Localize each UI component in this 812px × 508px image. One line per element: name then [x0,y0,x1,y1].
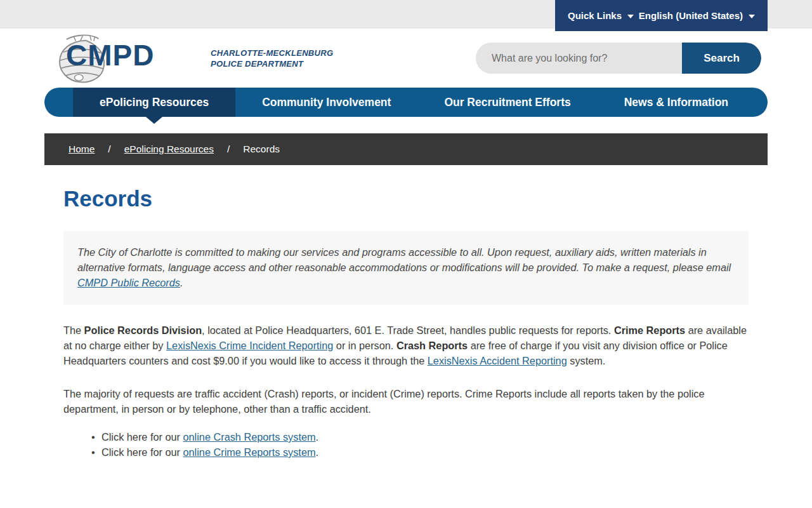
bullet-text: Click here for our [102,446,183,458]
search-input[interactable] [476,43,682,74]
bullet-suffix: . [316,446,319,458]
nav-item-label: ePolicing Resources [100,96,209,109]
cmpd-logo[interactable]: CMPD CHARLOTTE-MECKLENBURG POLICE DEPART… [51,32,349,84]
page-title: Records [63,186,749,211]
crash-reports-system-link[interactable]: online Crash Reports system [183,431,316,443]
site-search: Search [476,43,761,74]
breadcrumb-separator: / [108,144,110,155]
language-label: English (United States) [639,10,743,21]
nav-item-community-involvement[interactable]: Community Involvement [235,88,417,117]
breadcrumb-current: Records [243,144,280,155]
bullet-suffix: . [316,431,319,443]
language-dropdown[interactable]: English (United States) [639,10,755,21]
crash-reports-bold: Crash Reports [396,340,468,351]
chevron-down-icon [749,15,755,18]
breadcrumb-home[interactable]: Home [69,144,95,155]
requests-paragraph: The majority of requests are traffic acc… [63,386,749,417]
nav-item-label: Community Involvement [262,96,391,109]
paragraph-text: The [63,324,84,336]
search-button[interactable]: Search [682,43,761,74]
primary-nav: ePolicing Resources Community Involvemen… [44,88,768,117]
quick-links-dropdown[interactable]: Quick Links [568,10,634,21]
nav-item-label: News & Information [624,96,728,109]
logo-acronym: CMPD [66,41,154,70]
notice-text: The City of Charlotte is committed to ma… [77,246,731,273]
site-header: CMPD CHARLOTTE-MECKLENBURG POLICE DEPART… [0,29,812,88]
breadcrumb-epolicing-resources[interactable]: ePolicing Resources [124,144,214,155]
list-item: Click here for our online Crash Reports … [63,429,749,444]
cmpd-public-records-link[interactable]: CMPD Public Records [77,277,180,288]
utility-bar-menu: Quick Links English (United States) [555,0,768,31]
quick-links-label: Quick Links [568,10,622,21]
crime-reports-bold: Crime Reports [614,324,685,336]
crime-reports-system-link[interactable]: online Crime Reports system [183,446,316,458]
utility-bar: Quick Links English (United States) [0,0,812,29]
nav-item-recruitment-efforts[interactable]: Our Recruitment Efforts [417,88,597,117]
list-item: Click here for our online Crime Reports … [63,444,749,460]
nav-item-epolicing-resources[interactable]: ePolicing Resources [73,88,235,117]
chevron-down-icon [627,15,634,18]
logo-name-line1: CHARLOTTE-MECKLENBURG [211,48,333,59]
paragraph-text: or in person. [333,340,396,351]
report-links-list: Click here for our online Crash Reports … [63,429,749,460]
breadcrumb-separator: / [227,144,230,155]
paragraph-text: , located at Police Headquarters, 601 E.… [202,324,614,336]
records-intro-paragraph: The Police Records Division, located at … [63,323,749,368]
logo-name-line2: POLICE DEPARTMENT [211,58,333,70]
main-content: Records The City of Charlotte is committ… [0,186,812,460]
police-records-division-bold: Police Records Division [84,324,202,336]
nav-item-label: Our Recruitment Efforts [444,96,570,109]
notice-suffix: . [180,277,183,288]
paragraph-text: system. [567,355,606,366]
accessibility-notice: The City of Charlotte is committed to ma… [63,231,749,305]
lexisnexis-crime-incident-link[interactable]: LexisNexis Crime Incident Reporting [166,340,333,351]
nav-item-news-information[interactable]: News & Information [598,88,755,117]
lexisnexis-accident-link[interactable]: LexisNexis Accident Reporting [428,355,567,366]
breadcrumb: Home / ePolicing Resources / Records [44,133,768,165]
bullet-text: Click here for our [102,431,183,443]
logo-wordmark: CHARLOTTE-MECKLENBURG POLICE DEPARTMENT [211,48,333,70]
